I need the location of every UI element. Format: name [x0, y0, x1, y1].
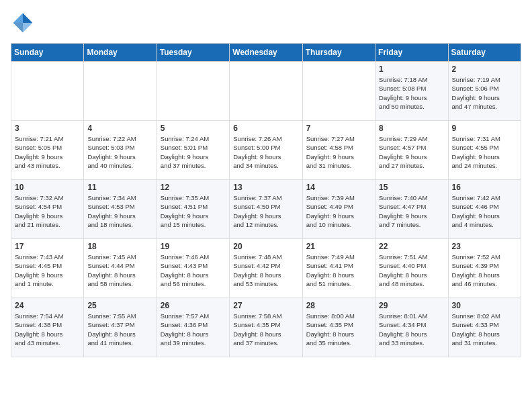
calendar-cell: 6Sunrise: 7:26 AM Sunset: 5:00 PM Daylig…: [230, 121, 302, 180]
calendar-cell: 15Sunrise: 7:40 AM Sunset: 4:47 PM Dayli…: [375, 180, 448, 239]
calendar-cell: 2Sunrise: 7:19 AM Sunset: 5:06 PM Daylig…: [448, 62, 521, 121]
day-number: 25: [87, 301, 152, 310]
day-info: Sunrise: 7:19 AM Sunset: 5:06 PM Dayligh…: [452, 75, 517, 111]
svg-marker-3: [23, 23, 32, 32]
day-number: 29: [379, 301, 444, 310]
day-info: Sunrise: 7:24 AM Sunset: 5:01 PM Dayligh…: [161, 134, 226, 170]
day-number: 20: [233, 242, 298, 251]
svg-marker-0: [23, 13, 32, 23]
day-number: 7: [306, 124, 371, 133]
day-number: 3: [15, 124, 80, 133]
calendar-cell: 7Sunrise: 7:27 AM Sunset: 4:58 PM Daylig…: [302, 121, 375, 180]
day-info: Sunrise: 7:37 AM Sunset: 4:50 PM Dayligh…: [233, 193, 298, 229]
day-info: Sunrise: 7:35 AM Sunset: 4:51 PM Dayligh…: [161, 193, 226, 229]
day-info: Sunrise: 7:26 AM Sunset: 5:00 PM Dayligh…: [233, 134, 298, 170]
calendar-cell: 30Sunrise: 8:02 AM Sunset: 4:33 PM Dayli…: [448, 298, 521, 357]
week-row-4: 17Sunrise: 7:43 AM Sunset: 4:45 PM Dayli…: [11, 239, 521, 298]
calendar-cell: 25Sunrise: 7:55 AM Sunset: 4:37 PM Dayli…: [84, 298, 157, 357]
day-number: 6: [233, 124, 298, 133]
week-row-3: 10Sunrise: 7:32 AM Sunset: 4:54 PM Dayli…: [11, 180, 521, 239]
day-info: Sunrise: 7:48 AM Sunset: 4:42 PM Dayligh…: [233, 253, 298, 288]
svg-marker-2: [13, 23, 23, 32]
logo: [11, 11, 38, 35]
day-info: Sunrise: 7:51 AM Sunset: 4:40 PM Dayligh…: [379, 253, 444, 288]
day-number: 12: [161, 183, 226, 192]
calendar-cell: 5Sunrise: 7:24 AM Sunset: 5:01 PM Daylig…: [157, 121, 229, 180]
week-row-2: 3Sunrise: 7:21 AM Sunset: 5:05 PM Daylig…: [11, 121, 521, 180]
day-number: 2: [452, 64, 517, 74]
day-header-monday: Monday: [84, 44, 157, 62]
calendar-cell: [11, 62, 84, 121]
day-number: 17: [15, 242, 80, 251]
day-header-sunday: Sunday: [11, 44, 84, 62]
day-number: 30: [452, 301, 517, 310]
day-number: 27: [233, 301, 298, 310]
calendar-cell: 13Sunrise: 7:37 AM Sunset: 4:50 PM Dayli…: [230, 180, 302, 239]
calendar-cell: 29Sunrise: 8:01 AM Sunset: 4:34 PM Dayli…: [375, 298, 448, 357]
day-info: Sunrise: 8:01 AM Sunset: 4:34 PM Dayligh…: [379, 312, 444, 347]
calendar-cell: 23Sunrise: 7:52 AM Sunset: 4:39 PM Dayli…: [448, 239, 521, 298]
day-header-tuesday: Tuesday: [157, 44, 229, 62]
day-info: Sunrise: 7:29 AM Sunset: 4:57 PM Dayligh…: [379, 134, 444, 170]
day-info: Sunrise: 7:45 AM Sunset: 4:44 PM Dayligh…: [87, 253, 152, 288]
calendar-cell: 4Sunrise: 7:22 AM Sunset: 5:03 PM Daylig…: [84, 121, 157, 180]
week-row-5: 24Sunrise: 7:54 AM Sunset: 4:38 PM Dayli…: [11, 298, 521, 357]
day-header-thursday: Thursday: [302, 44, 375, 62]
day-info: Sunrise: 7:42 AM Sunset: 4:46 PM Dayligh…: [452, 193, 517, 229]
calendar-cell: 10Sunrise: 7:32 AM Sunset: 4:54 PM Dayli…: [11, 180, 84, 239]
day-info: Sunrise: 7:49 AM Sunset: 4:41 PM Dayligh…: [306, 253, 371, 288]
day-info: Sunrise: 7:55 AM Sunset: 4:37 PM Dayligh…: [87, 312, 152, 347]
day-number: 13: [233, 183, 298, 192]
calendar-cell: 26Sunrise: 7:57 AM Sunset: 4:36 PM Dayli…: [157, 298, 229, 357]
day-header-saturday: Saturday: [448, 44, 521, 62]
calendar-cell: 27Sunrise: 7:58 AM Sunset: 4:35 PM Dayli…: [230, 298, 302, 357]
day-number: 19: [161, 242, 226, 251]
calendar-cell: 1Sunrise: 7:18 AM Sunset: 5:08 PM Daylig…: [375, 62, 448, 121]
day-info: Sunrise: 7:21 AM Sunset: 5:05 PM Dayligh…: [15, 134, 80, 170]
day-info: Sunrise: 7:18 AM Sunset: 5:08 PM Dayligh…: [379, 75, 444, 111]
day-info: Sunrise: 7:58 AM Sunset: 4:35 PM Dayligh…: [233, 312, 298, 347]
calendar-cell: 20Sunrise: 7:48 AM Sunset: 4:42 PM Dayli…: [230, 239, 302, 298]
calendar-cell: [230, 62, 302, 121]
day-number: 1: [379, 64, 444, 74]
day-number: 16: [452, 183, 517, 192]
day-number: 26: [161, 301, 226, 310]
calendar-cell: 8Sunrise: 7:29 AM Sunset: 4:57 PM Daylig…: [375, 121, 448, 180]
calendar-cell: [302, 62, 375, 121]
calendar-cell: 18Sunrise: 7:45 AM Sunset: 4:44 PM Dayli…: [84, 239, 157, 298]
week-row-1: 1Sunrise: 7:18 AM Sunset: 5:08 PM Daylig…: [11, 62, 521, 121]
day-header-friday: Friday: [375, 44, 448, 62]
calendar-cell: 22Sunrise: 7:51 AM Sunset: 4:40 PM Dayli…: [375, 239, 448, 298]
calendar-body: 1Sunrise: 7:18 AM Sunset: 5:08 PM Daylig…: [11, 62, 521, 357]
day-info: Sunrise: 8:00 AM Sunset: 4:35 PM Dayligh…: [306, 312, 371, 347]
day-number: 15: [379, 183, 444, 192]
day-number: 23: [452, 242, 517, 251]
day-info: Sunrise: 7:39 AM Sunset: 4:49 PM Dayligh…: [306, 193, 371, 229]
day-info: Sunrise: 7:34 AM Sunset: 4:53 PM Dayligh…: [87, 193, 152, 229]
day-info: Sunrise: 7:54 AM Sunset: 4:38 PM Dayligh…: [15, 312, 80, 347]
day-number: 28: [306, 301, 371, 310]
day-number: 14: [306, 183, 371, 192]
calendar-cell: [84, 62, 157, 121]
day-number: 5: [161, 124, 226, 133]
day-number: 4: [87, 124, 152, 133]
day-info: Sunrise: 8:02 AM Sunset: 4:33 PM Dayligh…: [452, 312, 517, 347]
calendar-cell: 12Sunrise: 7:35 AM Sunset: 4:51 PM Dayli…: [157, 180, 229, 239]
day-info: Sunrise: 7:43 AM Sunset: 4:45 PM Dayligh…: [15, 253, 80, 288]
day-number: 22: [379, 242, 444, 251]
day-number: 10: [15, 183, 80, 192]
calendar-cell: 24Sunrise: 7:54 AM Sunset: 4:38 PM Dayli…: [11, 298, 84, 357]
calendar-cell: 3Sunrise: 7:21 AM Sunset: 5:05 PM Daylig…: [11, 121, 84, 180]
calendar-cell: [157, 62, 229, 121]
day-number: 9: [452, 124, 517, 133]
day-info: Sunrise: 7:46 AM Sunset: 4:43 PM Dayligh…: [161, 253, 226, 288]
calendar-cell: 16Sunrise: 7:42 AM Sunset: 4:46 PM Dayli…: [448, 180, 521, 239]
logo-icon: [11, 11, 35, 35]
day-info: Sunrise: 7:57 AM Sunset: 4:36 PM Dayligh…: [161, 312, 226, 347]
day-info: Sunrise: 7:52 AM Sunset: 4:39 PM Dayligh…: [452, 253, 517, 288]
day-header-wednesday: Wednesday: [230, 44, 302, 62]
calendar-cell: 17Sunrise: 7:43 AM Sunset: 4:45 PM Dayli…: [11, 239, 84, 298]
day-info: Sunrise: 7:32 AM Sunset: 4:54 PM Dayligh…: [15, 193, 80, 229]
calendar-header: SundayMondayTuesdayWednesdayThursdayFrid…: [11, 44, 521, 62]
day-number: 18: [87, 242, 152, 251]
